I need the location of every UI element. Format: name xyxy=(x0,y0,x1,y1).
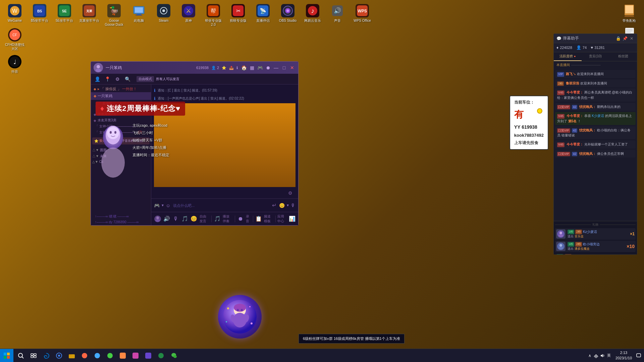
taskbar-app3[interactable] xyxy=(104,350,116,362)
toolbar-apps-label[interactable]: 应用中心 xyxy=(277,214,287,224)
chat-more-btn[interactable]: ▼ xyxy=(286,203,289,207)
desktop-icon-computer[interactable]: 此电脑 xyxy=(127,3,151,28)
danmu-lock-btn[interactable]: 🔒 xyxy=(615,36,621,41)
toolbar-free-speech-label[interactable]: 自由发言 xyxy=(200,214,210,224)
stream-tool-settings[interactable]: ⚙ xyxy=(114,75,121,83)
taskbar-app2[interactable] xyxy=(91,350,103,362)
chat-emoji-icon[interactable]: ☺ xyxy=(166,203,170,208)
desktop-icon-sound[interactable]: 🔊 声音 xyxy=(325,3,350,28)
subroom-1[interactable]: ◆ 水友开黑2房 xyxy=(92,111,150,117)
taskbar-app4[interactable] xyxy=(117,350,129,362)
taskbar-edge[interactable] xyxy=(40,350,52,362)
chat-mic-btn[interactable]: 🎙 xyxy=(291,203,296,208)
toolbar-mic-icon[interactable]: 🎙 xyxy=(172,214,179,224)
stream-btn-minimize[interactable]: — xyxy=(273,64,279,71)
stream-nav-list[interactable]: ▦ xyxy=(249,64,255,71)
stream-tool-location[interactable]: 📍 xyxy=(104,75,111,83)
toolbar-sep-4 xyxy=(275,216,276,222)
toolbar-music2-icon[interactable]: 🎵 xyxy=(214,214,221,224)
toolbar-template-icon[interactable]: 📋 xyxy=(255,214,262,224)
stream-nav-home[interactable]: 🏠 xyxy=(240,64,247,71)
taskbar-app5[interactable] xyxy=(129,350,142,362)
taskbar-app7[interactable] xyxy=(155,350,167,362)
danmu-stats: ♦ 224028 👤 74 ♥ 31281 xyxy=(554,43,637,52)
chat-game-icon[interactable]: 🎮 xyxy=(154,203,160,208)
desktop-icon-obs[interactable]: OBS Studio xyxy=(276,3,300,28)
toolbar-music-icon[interactable]: 🎵 xyxy=(181,214,189,224)
danmu-tab-activity[interactable]: 活跃度榜 ● xyxy=(554,52,582,61)
stream-nav-game[interactable]: 🎮 xyxy=(257,64,263,71)
gift-text-1: 送出 音乐盒 xyxy=(568,234,628,239)
danmu-tab-fans[interactable]: 粉丝团 xyxy=(609,52,637,61)
desktop-icon-douyin[interactable]: ♩ 抖音 xyxy=(3,54,27,75)
stream-btn-close[interactable]: ✕ xyxy=(289,64,296,71)
taskbar-search[interactable] xyxy=(15,350,27,362)
taskbar-app6[interactable] xyxy=(142,350,154,362)
desktop-icon-daiyu[interactable]: 带鱼配枪 xyxy=(617,3,641,24)
taskbar-chrome[interactable] xyxy=(53,350,65,362)
stream-btn-record[interactable]: ⏺ xyxy=(265,64,271,71)
chat-emoji-btn[interactable]: 😊 xyxy=(279,203,285,208)
svg-rect-41 xyxy=(626,31,633,31)
taskbar-explorer[interactable] xyxy=(66,350,78,362)
desktop-icon-wps[interactable]: WPS WPS Office xyxy=(350,3,374,28)
desktop-icon-steam[interactable]: Steam xyxy=(152,3,176,28)
danmu-msg-8: 口笑VIP 42 忧忧晚风： 俩公务员也正常啊 xyxy=(555,150,636,158)
svg-rect-79 xyxy=(7,353,10,355)
tray-notification[interactable] xyxy=(636,353,641,358)
channel-header: ◆ ▸ 「 操你反 」 一外挂！ xyxy=(91,84,151,92)
chat-dropdown[interactable]: ▼ xyxy=(161,203,164,207)
taskbar-clock[interactable]: 2:13 2023/1/10 xyxy=(613,350,635,361)
stream-stats: 👤 2 ⭐ 📤 ℹ xyxy=(211,66,238,70)
taskbar-task-view[interactable] xyxy=(28,350,40,362)
bottom-row-2: ↑--------∞ dy 7286890 --------∞ xyxy=(92,220,150,225)
car-instruction: 上车请先投食 xyxy=(514,139,544,147)
stream-btn-maximize[interactable]: □ xyxy=(281,64,287,71)
desktop-icon-gooseduck[interactable]: 🦆 GooseGoose Duck xyxy=(102,3,126,28)
danmu-section-header: 本直播间 ··································· xyxy=(554,61,637,69)
stream-settings-gear[interactable]: ⚙ xyxy=(286,189,294,197)
taskbar-wechat[interactable] xyxy=(168,350,180,362)
start-button[interactable] xyxy=(0,349,13,362)
channel-main[interactable]: ◆ 一只笨鸡 xyxy=(91,92,151,100)
toolbar-template-label[interactable]: 频道模板 xyxy=(264,214,273,224)
stream-tool-user[interactable]: 👤 xyxy=(94,75,101,83)
gift-item-2: 1粉 2粉 欧小喵旁边 送出 潘多拉魔盒 ×10 xyxy=(555,241,636,252)
chat-input-field[interactable] xyxy=(173,203,269,207)
desktop-icon-genshin[interactable]: ⚔ 原神 xyxy=(176,3,201,28)
danmu-close-btn[interactable]: ✕ xyxy=(629,36,634,41)
desktop-icon-5e[interactable]: 5E 5E坐牢平台 xyxy=(52,3,76,28)
stream-mode-btn[interactable]: 自由模式 xyxy=(137,76,154,82)
desktop-icon-bangzuo[interactable]: 帮 帮坐专业版2.0 xyxy=(201,3,225,28)
svg-rect-94 xyxy=(120,353,126,359)
toolbar-emoji-icon[interactable]: 😊 xyxy=(191,214,198,224)
desktop-icon-zhibo[interactable]: 📡 直播伴侣 xyxy=(251,3,275,28)
toolbar-record-label[interactable]: 录音 xyxy=(246,214,251,224)
toolbar-stats-icon[interactable]: 📊 xyxy=(289,214,296,224)
tray-network[interactable] xyxy=(593,353,599,358)
tray-sound[interactable] xyxy=(600,353,605,358)
chat-send-button[interactable]: ↵ xyxy=(272,202,276,208)
toolbar-avatar-icon[interactable] xyxy=(154,214,161,224)
desktop-icon-jianying[interactable]: ✂ 剪映专业版 xyxy=(226,3,250,28)
desktop-icon-wegame[interactable]: W WeGame xyxy=(3,3,27,28)
desktop-icon-cfhd[interactable]: CF CFHD清楚找大区 xyxy=(3,27,27,52)
danmu-pin-btn[interactable]: 📌 xyxy=(622,36,628,41)
stream-tool-search[interactable]: 🔍 xyxy=(124,75,131,83)
tray-chevron[interactable]: ∧ xyxy=(587,353,592,358)
svg-text:⚔: ⚔ xyxy=(186,7,191,14)
taskbar-app1[interactable] xyxy=(78,350,91,362)
subroom-2[interactable]: ◆ 水友开黑3房 xyxy=(92,117,150,123)
danmu-tab-vip[interactable]: 贵宾(10) xyxy=(582,52,609,61)
desktop-icon-kelai[interactable]: 克莱 克莱坐牢平台 xyxy=(77,3,101,28)
desktop-icon-b5[interactable]: B5 B5坐牢平台 xyxy=(28,3,52,28)
online-count: 74 xyxy=(583,46,587,50)
douyin-label: 抖音 xyxy=(11,70,18,74)
toolbar-sound-icon[interactable]: 🔊 xyxy=(163,214,170,224)
toolbar-record-icon[interactable]: ⏺ xyxy=(237,214,244,224)
desktop-icon-netease[interactable]: ♪ 网易云音乐 xyxy=(301,3,325,28)
svg-text:5E: 5E xyxy=(62,9,66,13)
tray-ime[interactable]: 英 xyxy=(606,353,611,358)
toolbar-music-label[interactable]: 播放伴奏 xyxy=(223,214,233,224)
activity-popup: 6级粉丝牌可加v群 16级或周榜6k房管 播哦以第1个上车为准 xyxy=(299,334,405,344)
